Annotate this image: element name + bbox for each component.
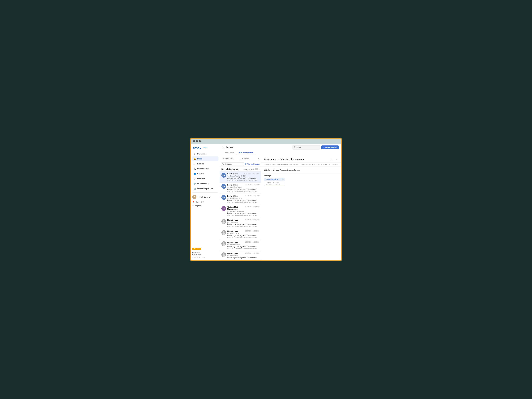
toggle-switch[interactable] (255, 168, 260, 170)
message-to: An: Mira Mustermann (227, 197, 260, 199)
sidebar-item-kunden[interactable]: 👥 Kunden (192, 171, 218, 176)
message-item[interactable]: Elena Straub 22.04.2024 · 16:52 Uhr An: … (220, 240, 261, 251)
message-preview: Bitte füllen Sie das Dokumentenformular … (227, 202, 260, 203)
filter-reset-button[interactable]: Filter zurücksetzen (245, 162, 260, 166)
message-subject: Änderungen erfolgreich übernommen (227, 234, 260, 236)
svg-point-8 (223, 220, 225, 222)
message-body: Daniel Walter 26.04.2024 · 16:38 Uhr An:… (227, 195, 260, 203)
message-item[interactable]: Elena Straub 22.04.2024 · 16:42 Uhr An: … (220, 251, 261, 260)
message-subject: Änderungen erfolgreich übernommen (227, 257, 260, 259)
message-body: Daniel Walter 26.04.2024 · 16:38 Uhr An:… (227, 184, 260, 192)
sidebar-item-label: Interessenten (197, 183, 209, 185)
sidebar-item-pipeline[interactable]: Pipeline (192, 161, 218, 166)
message-avatar: VM (222, 206, 226, 211)
sidebar-item-interessenten[interactable]: 🔗 Interessenten (192, 181, 218, 186)
tab-alle-nachrichten[interactable]: Alle Nachrichten (236, 151, 255, 155)
message-subject: Änderungen erfolgreich übernommen (227, 212, 260, 214)
new-message-button[interactable]: + Neue Nachricht (321, 146, 339, 149)
message-item[interactable]: DW Daniel Walter 26.04.2024 · 16:38 Uhr … (220, 183, 261, 194)
message-item[interactable]: VM VladimirTEst Mustermann 26.04.2024 · … (220, 205, 261, 218)
impressum-link[interactable]: Impressum (192, 252, 218, 253)
svg-rect-2 (194, 164, 195, 165)
message-avatar: DW (222, 184, 226, 189)
search-input[interactable] (297, 146, 318, 148)
filter-to-advisor[interactable]: An Berater... (241, 157, 260, 160)
message-item[interactable]: Elena Straub 22.04.2024 · 16:52 Uhr An: … (220, 218, 261, 229)
svg-point-12 (223, 242, 225, 244)
unread-toggle[interactable]: Nur ungelesene (243, 168, 260, 170)
message-sender: Daniel Walter (227, 184, 238, 186)
message-item[interactable]: DW Daniel Walter 26.04.2024 · 16:38 Uhr (220, 171, 261, 183)
logout-item[interactable]: → Logout (191, 204, 220, 208)
nav-items: ⊞ Dashboard 🔔 Inbox Pipeline (191, 152, 220, 191)
logo-cloud: Cloud☁ (202, 146, 208, 149)
message-avatar (222, 219, 226, 224)
message-preview: Bitte füllen Sie das Dokumentenformular … (227, 179, 260, 181)
logo[interactable]: Nessy Cloud☁ (191, 146, 220, 152)
message-item[interactable]: DW Daniel Walter 26.04.2024 · 16:38 Uhr … (220, 194, 261, 205)
created-ago: vor 5 Monaten (289, 164, 298, 165)
datenschutz-link[interactable]: Datenschutz (192, 254, 218, 255)
svg-point-14 (223, 253, 225, 255)
user-section[interactable]: JS Joseph Sample (191, 194, 220, 200)
filter-from-customer[interactable]: Von /An Kunden... (221, 157, 240, 160)
svg-point-15 (222, 255, 225, 257)
message-to: An: Vladimir Ponkrashov (227, 210, 260, 212)
attachment-category: Online Dokumente (266, 179, 278, 180)
svg-rect-0 (194, 163, 196, 163)
sidebar-item-umsatzbericht[interactable]: Umsatzbericht (192, 166, 218, 171)
message-item[interactable]: Elena Straub 22.04.2024 · 16:52 Uhr An: … (220, 229, 261, 240)
attachments-label: Anhänge (264, 175, 339, 177)
message-time: 26.04.2024 · 16:38 Uhr (244, 173, 258, 174)
close-button[interactable]: ✕ (335, 157, 339, 161)
message-time: 22.04.2024 · 16:52 Uhr (245, 241, 260, 243)
tab-meine-inbox[interactable]: Meine Inbox (222, 151, 236, 155)
message-time: 26.04.2024 · 16:38 Uhr (245, 195, 260, 196)
pipeline-icon (193, 163, 196, 165)
message-sender: Elena Straub (227, 230, 238, 232)
message-preview: Bitte füllen Sie das Dokumentenformular … (227, 237, 260, 238)
filter-from-customer-wrap: Von /An Kunden... (221, 157, 240, 160)
message-avatar: DW (222, 195, 226, 200)
filter-row: Von /An Kunden... An Berater... (220, 155, 261, 161)
attachment-card-body: Angebot Full-Servic... 26.04.2024 · 16:3… (264, 181, 285, 186)
avatar: JS (192, 195, 196, 199)
notifications-header: Benachrichtigungen Nur ungelesene (220, 167, 261, 171)
message-avatar (222, 230, 226, 235)
message-sender: VladimirTEst Mustermann (227, 206, 245, 210)
sidebar-item-dashboard[interactable]: ⊞ Dashboard (192, 152, 218, 156)
search-box[interactable] (292, 145, 320, 150)
message-subject: Änderungen erfolgreich übernommen (227, 246, 260, 247)
main-content: ‹ Inbox + Neue Nachricht (220, 144, 341, 260)
messages-panel: Von /An Kunden... An Berater... (220, 155, 261, 260)
message-to: An: Michael Held (227, 233, 260, 234)
message-avatar (222, 253, 226, 257)
dashboard-icon: ⊞ (193, 152, 196, 155)
svg-point-13 (222, 244, 225, 246)
message-subject: Änderungen erfolgreich übernommen (227, 188, 260, 190)
detail-title: Änderungen erfolgreich übernommen (264, 158, 304, 160)
external-link-icon[interactable] (282, 178, 283, 180)
inbox-icon: 🔔 (193, 158, 196, 160)
sidebar-item-label: Inbox (197, 158, 202, 160)
inbox-title: ‹ Inbox (222, 146, 233, 149)
message-read-dot (258, 173, 260, 174)
traffic-light-minimize[interactable] (196, 140, 198, 142)
message-sender: Daniel Walter (227, 195, 238, 197)
message-body: Elena Straub 22.04.2024 · 16:52 Uhr An: … (227, 230, 260, 238)
collapse-button[interactable]: ‹ (222, 146, 225, 149)
detail-meta: Erstellt am 26.04.2024 · 16:38 Uhr vor 5… (261, 163, 341, 167)
sidebar-item-meetings[interactable]: 📅 Meetings (192, 176, 218, 181)
sidebar-item-label: Umsatzbericht (197, 168, 209, 170)
search-icon (294, 146, 296, 149)
message-list: DW Daniel Walter 26.04.2024 · 16:38 Uhr (220, 171, 261, 260)
traffic-light-maximize[interactable] (199, 140, 201, 142)
sidebar-item-label: Pipeline (197, 163, 204, 165)
filter-from-advisor[interactable]: Von Berater... (221, 162, 244, 166)
attachment-card[interactable]: Online Dokumente Angebot Full-Servic... … (264, 178, 285, 186)
reply-button[interactable] (329, 157, 333, 161)
traffic-light-close[interactable] (193, 140, 195, 142)
sidebar-item-immobilienprojekte[interactable]: 🏢 Immobilienprojekte (192, 186, 218, 191)
svg-rect-3 (194, 168, 194, 170)
sidebar-item-inbox[interactable]: 🔔 Inbox (192, 156, 218, 161)
